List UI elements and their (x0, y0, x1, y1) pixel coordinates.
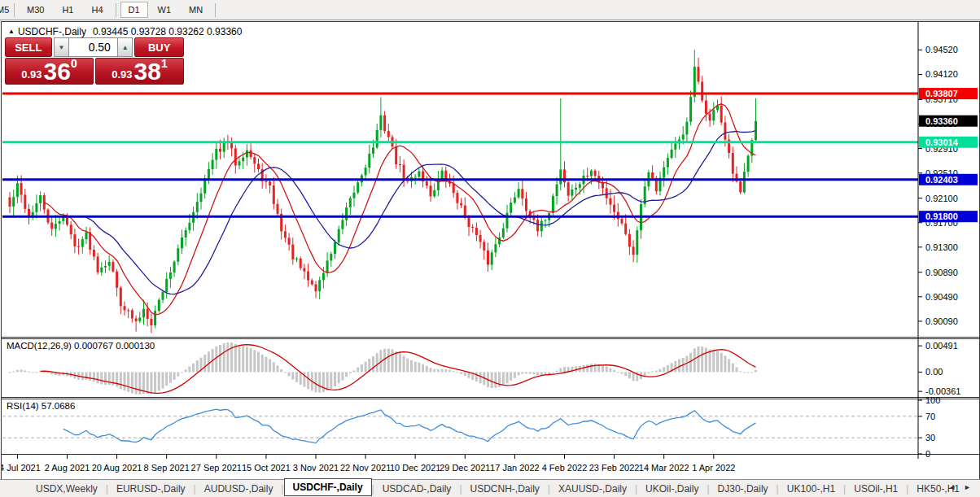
volume-decrease-button[interactable]: ▼ (54, 37, 70, 57)
chart-tab-uk100-h1[interactable]: UK100-,H1 (779, 482, 843, 496)
candle-body (418, 172, 420, 177)
timeframe-button-w1[interactable]: W1 (150, 2, 180, 18)
chart-tab-ukoil-daily[interactable]: UKOil-,Daily (637, 482, 707, 496)
tab-scroll-left-icon[interactable]: ◄ (944, 483, 960, 491)
candle-body (39, 195, 42, 203)
macd-bar (655, 370, 658, 372)
sell-price-display[interactable]: 0.93360 (5, 58, 94, 85)
candle-body (724, 123, 726, 140)
candle-body (693, 67, 696, 97)
macd-bar (410, 360, 413, 373)
date-axis-label: 17 Jan 2022 (490, 463, 540, 473)
candle-body (185, 230, 187, 238)
chart-tab-usdchf-daily[interactable]: USDCHF-,Daily (284, 478, 372, 496)
candle-body (349, 198, 352, 208)
macd-bar (502, 372, 505, 386)
candle-body (208, 169, 210, 178)
rsi-indicator-label: RSI(14) 57.0686 (7, 401, 75, 411)
candle-body (173, 262, 176, 272)
buy-price-display[interactable]: 0.93381 (95, 58, 184, 85)
timeframe-button-mn[interactable]: MN (181, 2, 211, 18)
chart-tab-dj30-daily[interactable]: DJ30-,Daily (710, 482, 777, 496)
volume-input[interactable]: 0.50 (69, 37, 117, 57)
buy-price-pips: 38 (134, 60, 161, 83)
ma-line-fast (44, 104, 755, 315)
sell-button[interactable]: SELL (5, 37, 52, 57)
candle-body (131, 310, 133, 318)
collapse-chart-icon[interactable]: ▲ (8, 28, 15, 35)
candle-body (468, 217, 470, 227)
chart-tab-usdcnh-daily[interactable]: USDCNH-,Daily (462, 482, 548, 496)
macd-indicator-label: MACD(12,26,9) 0.000767 0.000130 (7, 341, 155, 351)
chart-tab-usoil-h1[interactable]: USOil-,H1 (846, 482, 906, 496)
macd-bar (632, 372, 635, 381)
macd-bar (147, 372, 149, 394)
candle-body (59, 221, 61, 224)
macd-bar (491, 372, 493, 388)
timeframe-button-m5[interactable]: M5 (0, 2, 10, 18)
timeframe-button-d1[interactable]: D1 (120, 2, 148, 18)
chart-tab-usdx-weekly[interactable]: USDX,Weekly (28, 482, 106, 496)
candle-body (685, 122, 688, 135)
trading-platform-window: M5M30H1H4D1W1MN 0.945200.941200.937100.9… (0, 0, 980, 497)
candle-body (169, 272, 172, 279)
candle-body (315, 284, 317, 291)
price-chart-canvas[interactable]: 0.945200.941200.937100.933100.929100.925… (2, 22, 979, 479)
date-axis-label: 8 Sep 2021 (144, 463, 190, 473)
macd-bar (583, 365, 585, 373)
candle-body (632, 246, 635, 255)
volume-increase-button[interactable]: ▲ (117, 37, 133, 57)
timeframe-button-h4[interactable]: H4 (83, 2, 111, 18)
macd-bar (617, 372, 619, 373)
sell-price-base: 0.93 (21, 67, 42, 83)
macd-bar (361, 364, 363, 372)
rsi-axis-label: 100 (925, 395, 940, 405)
buy-button[interactable]: BUY (134, 37, 184, 57)
candle-body (357, 182, 359, 192)
chart-tab-usdcad-daily[interactable]: USDCAD-,Daily (374, 482, 460, 496)
candle-body (521, 189, 523, 198)
macd-bar (403, 356, 405, 373)
date-axis-label: 27 Sep 2021 (191, 463, 242, 473)
candle-body (150, 319, 152, 325)
macd-bar (9, 372, 11, 373)
macd-bar (12, 372, 15, 373)
candle-body (200, 194, 203, 202)
sell-price-point: 0 (71, 59, 77, 68)
candle-body (165, 279, 168, 292)
timeframe-button-m30[interactable]: M30 (19, 2, 52, 18)
price-axis-label: 0.91300 (925, 242, 958, 252)
candle-body (502, 229, 505, 238)
candle-body (257, 163, 260, 169)
macd-bar (334, 372, 336, 386)
chart-tab-audusd-daily[interactable]: AUDUSD-,Daily (196, 482, 282, 496)
candle-body (55, 224, 57, 229)
macd-bar (246, 347, 248, 373)
macd-bar (456, 372, 458, 373)
macd-bar (341, 372, 343, 380)
candle-body (365, 168, 367, 175)
candle-body (43, 195, 46, 210)
macd-bar (108, 372, 111, 385)
candle-body (426, 181, 428, 185)
macd-bar (383, 349, 386, 373)
macd-bar (556, 371, 558, 373)
candle-body (12, 197, 15, 207)
candle-body (460, 203, 462, 206)
candle-body (491, 252, 493, 264)
macd-bar (563, 367, 566, 372)
macd-bar (750, 372, 753, 373)
candle-body (414, 177, 417, 177)
macd-bar (536, 372, 539, 375)
macd-bar (521, 372, 523, 373)
chart-tab-xauusd-daily[interactable]: XAUUSD-,Daily (550, 482, 635, 496)
candle-body (300, 259, 302, 268)
chart-tab-eurusd-daily[interactable]: EURUSD-,Daily (108, 482, 194, 496)
tab-scroll-right-icon[interactable]: ► (960, 483, 975, 491)
toolbar-separator (14, 3, 15, 17)
candle-body (307, 272, 309, 281)
candle-body (215, 149, 217, 160)
timeframe-button-h1[interactable]: H1 (54, 2, 81, 18)
candle-body (338, 229, 340, 242)
macd-bar (43, 372, 46, 373)
